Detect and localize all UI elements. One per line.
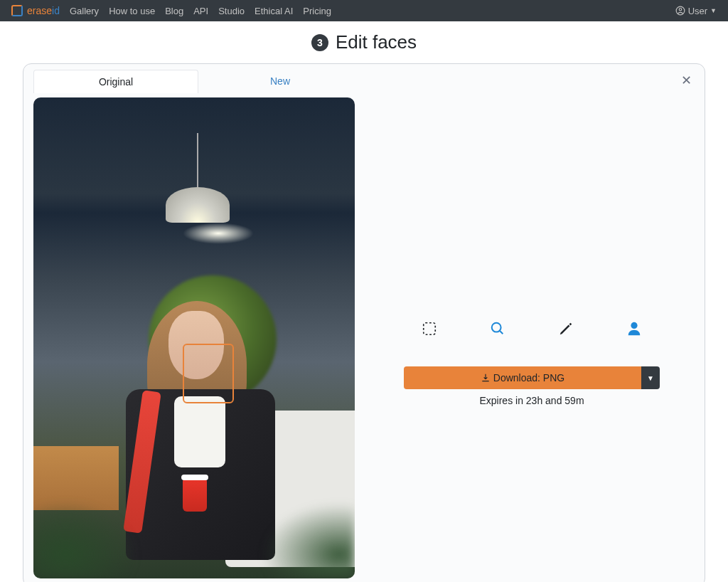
navbar: eraseid Gallery How to use Blog API Stud… (0, 0, 728, 21)
zoom-tool[interactable] (490, 321, 505, 337)
nav-links: Gallery How to use Blog API Studio Ethic… (70, 6, 675, 16)
download-button[interactable]: Download: PNG (404, 366, 641, 389)
nav-ethical[interactable]: Ethical AI (255, 6, 293, 16)
brand[interactable]: eraseid (27, 5, 60, 16)
tab-original[interactable]: Original (33, 70, 198, 93)
pencil-icon (558, 321, 574, 337)
expires-text: Expires in 23h and 59m (479, 395, 584, 406)
tab-new[interactable]: New (198, 70, 362, 93)
toolbar (422, 321, 642, 337)
image-preview (33, 97, 355, 578)
user-icon (675, 6, 685, 16)
user-menu[interactable]: User ▼ (675, 6, 717, 16)
download-icon (481, 373, 491, 383)
chevron-down-icon: ▼ (710, 7, 717, 14)
person-tool[interactable] (626, 321, 642, 337)
nav-howto[interactable]: How to use (109, 6, 155, 16)
svg-point-1 (679, 9, 682, 11)
controls-panel: Download: PNG ▼ Expires in 23h and 59m (369, 93, 695, 406)
nav-gallery[interactable]: Gallery (70, 6, 99, 16)
select-icon (422, 321, 437, 337)
logo-icon (11, 5, 23, 16)
editor-panel: ✕ Original New (23, 63, 705, 582)
nav-blog[interactable]: Blog (165, 6, 183, 16)
download-dropdown[interactable]: ▼ (641, 366, 660, 389)
tabs: Original New (33, 70, 362, 93)
user-label: User (688, 6, 707, 16)
page-title: Edit faces (336, 31, 417, 53)
person-icon (626, 321, 642, 337)
svg-point-3 (492, 323, 501, 332)
download-group: Download: PNG ▼ (404, 366, 660, 389)
step-badge: 3 (311, 34, 328, 51)
nav-studio[interactable]: Studio (218, 6, 245, 16)
nav-pricing[interactable]: Pricing (303, 6, 331, 16)
magnifier-icon (490, 320, 505, 337)
close-icon[interactable]: ✕ (681, 73, 692, 88)
chevron-down-icon: ▼ (647, 374, 654, 382)
svg-line-4 (500, 331, 503, 334)
download-label: Download: PNG (493, 372, 564, 383)
nav-api[interactable]: API (193, 6, 208, 16)
svg-point-5 (631, 322, 637, 329)
select-tool[interactable] (422, 321, 437, 337)
page-header: 3 Edit faces (0, 31, 728, 53)
svg-rect-2 (424, 323, 436, 335)
edit-tool[interactable] (558, 321, 574, 337)
